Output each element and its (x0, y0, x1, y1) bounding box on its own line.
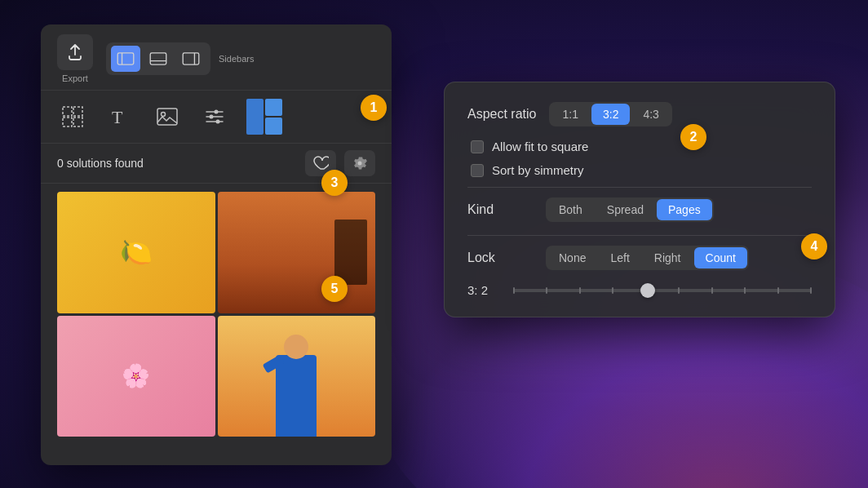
svg-rect-2 (150, 53, 166, 64)
badge-4: 4 (801, 233, 827, 260)
export-label: Export (62, 73, 88, 83)
aspect-ratio-row: Aspect ratio 1:1 3:2 4:3 (467, 102, 812, 126)
select-tool[interactable] (57, 101, 88, 132)
lock-right[interactable]: Right (643, 247, 693, 268)
svg-rect-0 (117, 53, 134, 64)
sidebars-group (106, 42, 210, 75)
lock-none[interactable]: None (547, 247, 597, 268)
tick-7 (711, 287, 713, 294)
kind-group: Both Spread Pages (546, 197, 714, 222)
sidebar-left-icon[interactable] (111, 46, 140, 72)
svg-point-18 (216, 120, 220, 124)
svg-rect-7 (73, 107, 82, 116)
svg-text:T: T (112, 107, 123, 127)
settings-button[interactable] (344, 150, 375, 176)
tools-row: T (41, 91, 392, 144)
svg-rect-6 (63, 107, 72, 116)
left-panel: Export Sidebars (41, 24, 392, 465)
solutions-count: 0 solutions found (57, 157, 144, 170)
image-tool[interactable] (152, 101, 183, 132)
tick-10 (810, 287, 812, 294)
lock-label: Lock (467, 251, 533, 265)
divider-1 (467, 187, 812, 188)
toolbar: Export Sidebars (41, 24, 392, 91)
tick-8 (744, 287, 746, 294)
slider-track[interactable] (513, 289, 812, 292)
adjust-tool[interactable] (199, 101, 230, 132)
text-tool[interactable]: T (104, 101, 135, 132)
photo-cell-yellow: 🍋 (57, 192, 215, 313)
sort-symmetry-checkbox[interactable] (471, 164, 484, 177)
badge-2: 2 (680, 124, 706, 150)
right-panel: Aspect ratio 1:1 3:2 4:3 Allow fit to sq… (444, 82, 835, 317)
flower-decoration: 🌸 (122, 362, 150, 389)
aspect-ratio-1-1[interactable]: 1:1 (551, 104, 589, 125)
photo-cell-orange (218, 192, 376, 313)
kind-pages[interactable]: Pages (657, 199, 712, 220)
badge-1: 1 (361, 95, 387, 121)
photo-grid: 🍋 🌸 (57, 192, 375, 437)
collage-tool[interactable] (246, 99, 282, 135)
badge-5: 5 (321, 276, 348, 302)
svg-rect-11 (157, 109, 177, 125)
slider-ticks (513, 287, 812, 294)
svg-rect-9 (73, 118, 82, 126)
tick-2 (546, 287, 547, 294)
export-button[interactable]: Export (57, 34, 93, 83)
aspect-ratio-3-2[interactable]: 3:2 (591, 104, 630, 125)
aspect-ratio-group: 1:1 3:2 4:3 (549, 102, 671, 126)
sort-symmetry-label: Sort by simmetry (492, 163, 584, 177)
tick-1 (513, 287, 515, 294)
sidebar-right-icon[interactable] (176, 46, 206, 72)
allow-fit-label: Allow fit to square (492, 140, 588, 153)
svg-rect-4 (183, 53, 199, 64)
sort-symmetry-row: Sort by simmetry (471, 163, 812, 177)
badge-3: 3 (321, 170, 348, 196)
kind-spread[interactable]: Spread (596, 199, 655, 220)
svg-point-12 (162, 113, 166, 117)
svg-point-16 (215, 110, 219, 114)
lock-count[interactable]: Count (694, 247, 747, 268)
allow-fit-checkbox[interactable] (471, 140, 484, 153)
svg-point-17 (210, 115, 214, 119)
slider-value: 3: 2 (467, 283, 500, 297)
slider-thumb[interactable] (640, 283, 655, 298)
sidebar-bottom-icon[interactable] (144, 46, 173, 72)
tick-3 (579, 287, 581, 294)
photo-cell-person (218, 316, 376, 437)
kind-both[interactable]: Both (547, 199, 594, 220)
tick-9 (777, 287, 779, 294)
lock-group: None Left Right Count (546, 246, 749, 270)
photo-cell-pink: 🌸 (57, 316, 215, 437)
allow-fit-row: Allow fit to square (471, 140, 812, 153)
kind-row: Kind Both Spread Pages (467, 197, 812, 222)
slider-row: 3: 2 (467, 283, 812, 297)
fruit-decoration: 🍋 (120, 237, 153, 268)
lock-left[interactable]: Left (599, 247, 640, 268)
tick-6 (678, 287, 680, 294)
tick-4 (612, 287, 613, 294)
kind-label: Kind (467, 202, 533, 217)
divider-2 (467, 235, 812, 236)
aspect-ratio-label: Aspect ratio (467, 107, 536, 122)
lock-row: Lock None Left Right Count (467, 246, 812, 270)
svg-rect-8 (63, 118, 72, 126)
sidebars-label: Sidebars (219, 54, 254, 64)
aspect-ratio-4-3[interactable]: 4:3 (631, 104, 670, 125)
